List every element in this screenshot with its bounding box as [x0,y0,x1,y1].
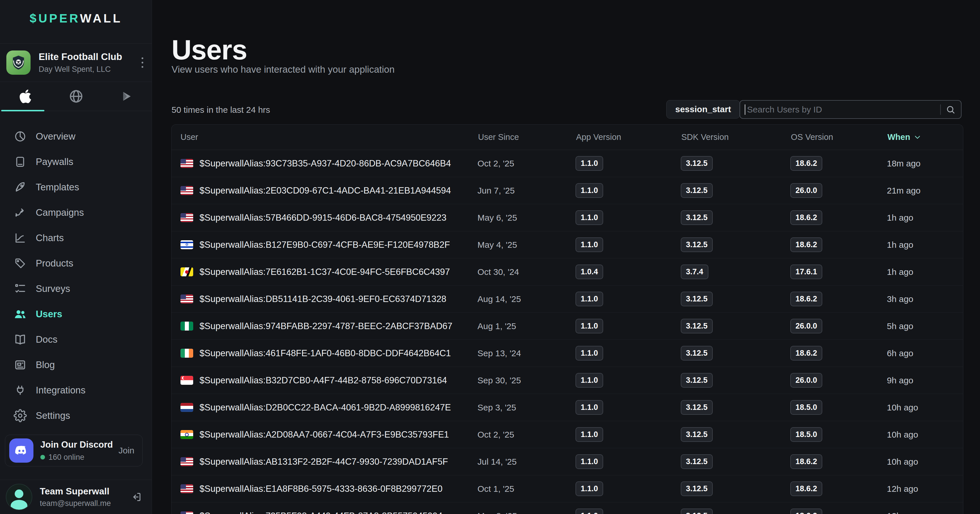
search-icon[interactable] [945,104,956,115]
logout-icon[interactable] [130,491,142,503]
discord-join-button[interactable]: Join [118,446,134,455]
sidebar-item-surveys[interactable]: Surveys [0,276,152,301]
sdk-version-badge: 3.12.5 [681,373,713,388]
sidebar-item-users[interactable]: Users [0,301,152,327]
team-switcher[interactable]: Elite Football Club Day Well Spent, LLC [0,43,152,82]
split-arrow-icon [13,206,28,219]
app-version-cell: 1.1.0 [576,237,681,252]
event-count-text: 50 times in the last 24 hrs [172,105,270,115]
when-cell: 1h ago [887,240,963,250]
app-version-cell: 1.1.0 [576,509,681,514]
os-version-cell: 18.6.2 [790,481,887,496]
sidebar-item-label: Campaigns [36,207,84,218]
table-row[interactable]: $SuperwallAlias:974BFABB-2297-4787-BEEC-… [172,313,963,340]
table-row[interactable]: $SuperwallAlias:57B466DD-9915-46D6-BAC8-… [172,204,963,231]
user-cell: $SuperwallAlias:974BFABB-2297-4787-BEEC-… [172,321,477,331]
sdk-version-badge: 3.12.5 [681,319,713,333]
account-row[interactable]: Team Superwall team@superwall.me [0,480,152,514]
user-id: $SuperwallAlias:B127E9B0-C697-4CFB-AE9E-… [199,240,450,250]
table-row[interactable]: $SuperwallAlias:DB51141B-2C39-4061-9EF0-… [172,286,963,313]
team-menu-icon[interactable] [142,57,143,68]
tab-web[interactable] [51,82,102,111]
sidebar-item-campaigns[interactable]: Campaigns [0,200,152,225]
table-row[interactable]: $SuperwallAlias:B127E9B0-C697-4CFB-AE9E-… [172,231,963,258]
table-row[interactable]: $SuperwallAlias:AB1313F2-2B2F-44C7-9930-… [172,448,963,475]
sidebar-item-templates[interactable]: Templates [0,175,152,200]
when-cell: 5h ago [887,321,963,331]
page-subtitle: View users who have interacted with your… [172,64,395,75]
app-version-cell: 1.1.0 [576,319,681,333]
os-version-cell: 18.6.2 [790,237,887,252]
sidebar-item-paywalls[interactable]: Paywalls [0,149,152,175]
country-flag-icon [180,294,193,304]
when-cell: 1h ago [887,267,963,277]
table-row[interactable]: $SuperwallAlias:2E03CD09-67C1-4ADC-BA41-… [172,177,963,204]
user-since-cell: Oct 30, '24 [477,267,576,277]
sidebar-item-charts[interactable]: Charts [0,225,152,251]
sidebar-item-label: Docs [36,334,57,345]
gear-icon [13,409,28,422]
os-version-cell: 18.6.2 [790,156,887,171]
tab-apple[interactable] [0,82,51,111]
table-row[interactable]: $SuperwallAlias:93C73B35-A937-4D20-86DB-… [172,150,963,177]
os-version-badge: 18.6.2 [790,156,822,171]
user-cell: $SuperwallAlias:B127E9B0-C697-4CFB-AE9E-… [172,240,477,250]
app-version-cell: 1.1.0 [576,183,681,198]
sdk-version-cell: 3.12.5 [681,427,790,442]
os-version-badge: 18.5.0 [790,427,822,442]
table-row[interactable]: $SuperwallAlias:7E6162B1-1C37-4C0E-94FC-… [172,258,963,286]
sdk-version-badge: 3.12.5 [681,210,713,225]
sdk-version-badge: 3.7.4 [681,264,708,279]
os-version-badge: 26.0.0 [790,319,822,333]
chevron-down-icon [913,133,922,142]
sidebar-item-label: Users [36,309,62,320]
country-flag-icon [180,376,193,385]
table-row[interactable]: $SuperwallAlias:461F48FE-1AF0-46B0-8DBC-… [172,340,963,367]
country-flag-icon [180,267,193,276]
table-row[interactable]: $SuperwallAlias:B32D7CB0-A4F7-44B2-8758-… [172,367,963,394]
os-version-cell: 18.6.2 [790,454,887,469]
os-version-cell: 18.5.0 [790,427,887,442]
search-input[interactable] [745,101,940,118]
sidebar-item-integrations[interactable]: Integrations [0,377,152,403]
user-since-cell: Oct 2, '25 [477,430,576,439]
sidebar-item-settings[interactable]: Settings [0,403,152,428]
sidebar-item-products[interactable]: Products [0,251,152,276]
discord-card[interactable]: Join Our Discord 160 online Join [5,435,143,466]
country-flag-icon [180,213,193,222]
rocket-icon [13,181,28,194]
sdk-version-badge: 3.12.5 [681,237,713,252]
table-row[interactable]: $SuperwallAlias:D2B0CC22-BACA-4061-9B2D-… [172,394,963,421]
discord-title: Join Our Discord [40,439,118,450]
app-version-badge: 1.1.0 [576,454,603,469]
column-header-user: User [172,132,477,142]
user-cell: $SuperwallAlias:2E03CD09-67C1-4ADC-BA41-… [172,185,477,196]
table-row[interactable]: $SuperwallAlias:A2D08AA7-0667-4C04-A7F3-… [172,421,963,448]
event-filter-button[interactable]: session_start [666,100,740,119]
table-row[interactable]: $SuperwallAlias:735B5F98-A449-44FB-87A8-… [172,503,963,514]
table-row[interactable]: $SuperwallAlias:E1A8F8B6-5975-4333-8636-… [172,475,963,503]
tab-android[interactable] [101,82,152,111]
column-header-when[interactable]: When [887,132,963,142]
chart-icon [13,231,28,245]
sidebar-item-overview[interactable]: Overview [0,124,152,149]
user-id: $SuperwallAlias:93C73B35-A937-4D20-86DB-… [199,158,451,169]
platform-tabs [0,82,152,111]
discord-icon [9,438,33,463]
os-version-badge: 26.0.0 [790,183,822,198]
user-since-cell: Oct 2, '25 [477,159,576,169]
user-id: $SuperwallAlias:D2B0CC22-BACA-4061-9B2D-… [199,403,451,413]
country-flag-icon [180,159,193,168]
sidebar-item-label: Products [36,258,73,269]
user-since-cell: May 6, '25 [477,213,576,223]
app-version-cell: 1.1.0 [576,291,681,306]
sidebar-item-docs[interactable]: Docs [0,327,152,352]
sidebar-item-label: Overview [36,131,76,142]
sdk-version-badge: 3.12.5 [681,400,713,415]
os-version-cell: 18.5.0 [790,400,887,415]
users-icon [13,307,28,321]
sidebar-item-blog[interactable]: Blog [0,352,152,377]
app-version-badge: 1.1.0 [576,509,603,514]
user-id: $SuperwallAlias:461F48FE-1AF0-46B0-8DBC-… [199,348,451,358]
when-cell: 18m ago [887,159,963,169]
